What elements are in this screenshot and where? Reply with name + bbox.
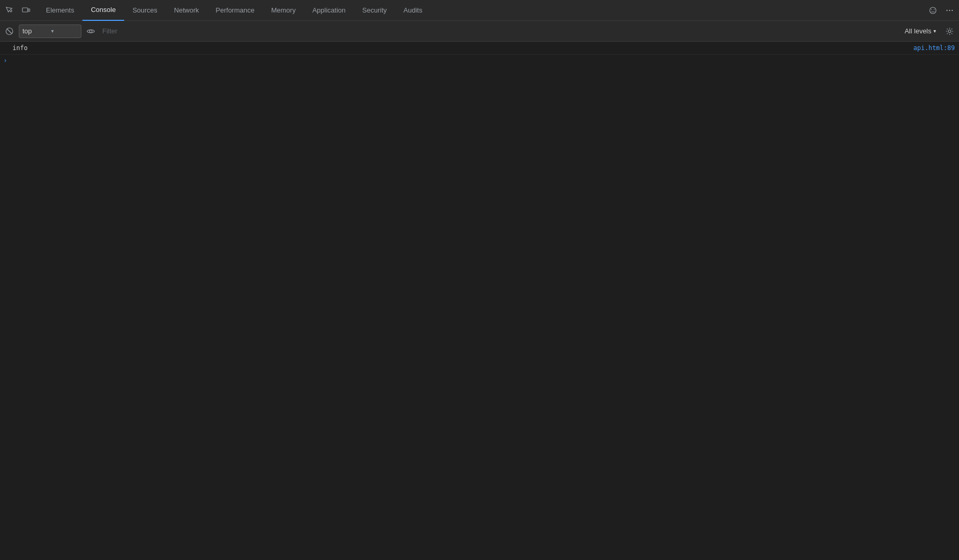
entry-expand-icon xyxy=(0,43,10,43)
entry-source-link[interactable]: api.html:89 xyxy=(909,43,959,53)
svg-point-2 xyxy=(930,7,936,14)
clear-console-button[interactable] xyxy=(2,24,17,39)
context-chevron-icon: ▾ xyxy=(51,28,78,34)
svg-point-7 xyxy=(952,9,953,10)
context-value: top xyxy=(22,27,49,35)
smiley-icon xyxy=(929,6,937,15)
console-output: info api.html:89 › xyxy=(0,42,959,539)
tab-audits[interactable]: Audits xyxy=(395,0,430,21)
inspect-element-button[interactable] xyxy=(2,3,17,18)
toolbar-right xyxy=(942,24,957,39)
svg-rect-0 xyxy=(22,8,28,12)
live-expressions-button[interactable] xyxy=(83,24,98,39)
tab-memory[interactable]: Memory xyxy=(263,0,304,21)
tab-bar-right-icons xyxy=(926,3,957,18)
svg-line-9 xyxy=(7,29,12,33)
filter-input[interactable] xyxy=(100,25,257,38)
inspect-icon xyxy=(5,6,14,15)
tab-bar: Elements Console Sources Network Perform… xyxy=(0,0,959,21)
log-levels-label: All levels xyxy=(905,27,931,35)
input-prompt: › xyxy=(0,56,10,64)
console-input[interactable] xyxy=(10,56,959,67)
svg-point-5 xyxy=(946,9,948,10)
tab-console[interactable]: Console xyxy=(82,0,124,21)
clear-icon xyxy=(5,27,14,35)
filter-container xyxy=(100,25,898,38)
svg-point-10 xyxy=(90,30,92,32)
tab-sources[interactable]: Sources xyxy=(124,0,166,21)
console-input-area: › xyxy=(0,55,959,68)
console-entry: info api.html:89 xyxy=(0,42,959,55)
svg-point-3 xyxy=(931,9,932,10)
svg-point-6 xyxy=(949,9,950,10)
device-mode-button[interactable] xyxy=(19,3,33,18)
tab-items: Elements Console Sources Network Perform… xyxy=(38,0,926,21)
settings-icon xyxy=(945,27,954,35)
more-options-button[interactable] xyxy=(942,3,957,18)
smiley-button[interactable] xyxy=(926,3,940,18)
svg-point-11 xyxy=(949,30,951,32)
eye-icon xyxy=(87,27,95,35)
svg-rect-1 xyxy=(28,9,30,11)
tab-bar-left-icons xyxy=(2,3,33,18)
tab-security[interactable]: Security xyxy=(354,0,395,21)
log-levels-button[interactable]: All levels ▾ xyxy=(901,25,940,38)
levels-chevron-icon: ▾ xyxy=(933,28,936,34)
console-toolbar: top ▾ All levels ▾ xyxy=(0,21,959,42)
context-selector[interactable]: top ▾ xyxy=(19,25,81,38)
settings-button[interactable] xyxy=(942,24,957,39)
more-options-icon xyxy=(945,6,954,15)
tab-network[interactable]: Network xyxy=(166,0,208,21)
tab-performance[interactable]: Performance xyxy=(207,0,262,21)
tab-application[interactable]: Application xyxy=(304,0,354,21)
tab-elements[interactable]: Elements xyxy=(38,0,82,21)
device-icon xyxy=(22,6,30,15)
svg-point-4 xyxy=(934,9,935,10)
entry-text: info xyxy=(10,43,909,53)
